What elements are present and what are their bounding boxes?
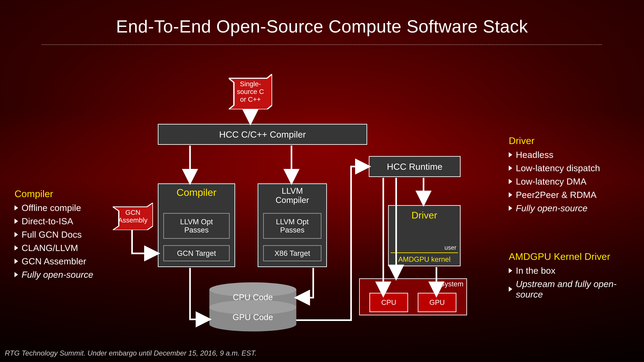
driver-box: Driver user AMDGPU kernel: [388, 205, 460, 266]
driver-user-label: user: [444, 244, 456, 251]
list-item: Fully open-source: [509, 203, 628, 213]
hcc-compiler-label: HCC C/C++ Compiler: [219, 129, 306, 140]
cpu-chip: CPU: [370, 293, 408, 312]
ribbon-gcn-assembly-label: GCN Assembly: [118, 209, 148, 224]
compiler-box-heading: Compiler: [158, 187, 234, 198]
list-item: Headless: [509, 149, 628, 160]
hcc-runtime-label: HCC Runtime: [387, 161, 442, 172]
bullet-triangle-icon: [509, 166, 512, 171]
list-item: Direct-to-ISA: [14, 216, 111, 226]
bullet-triangle-icon: [509, 206, 512, 211]
list-item-label: GCN Assembler: [22, 256, 86, 266]
slide-title: End-To-End Open-Source Compute Software …: [0, 16, 644, 36]
compiler-gcn-target: GCN Target: [163, 245, 230, 261]
list-item: GCN Assembler: [14, 256, 111, 266]
title-underline: [42, 44, 602, 45]
footer-embargo-note: RTG Technology Summit. Under embargo unt…: [5, 349, 257, 357]
list-item-label: In the box: [516, 265, 556, 276]
list-item: Offline compile: [14, 203, 111, 213]
list-item-label: Direct-to-ISA: [22, 216, 73, 226]
llvm-x86-target: X86 Target: [263, 245, 322, 261]
compiler-box: Compiler LLVM Opt Passes GCN Target: [158, 183, 235, 267]
driver-panel-heading: Driver: [509, 135, 628, 146]
list-item: Low-latency dispatch: [509, 163, 628, 173]
list-item-label: Peer2Peer & RDMA: [516, 190, 596, 200]
kernel-driver-panel: AMDGPU Kernel Driver In the boxUpstream …: [509, 251, 628, 303]
system-box: System CPU GPU: [359, 278, 467, 315]
list-item-label: CLANG/LLVM: [22, 243, 78, 253]
bullet-triangle-icon: [14, 232, 18, 237]
arrow-llvm-to-cpucode: [297, 268, 313, 298]
list-item-label: Fully open-source: [22, 269, 93, 280]
driver-panel-list: HeadlessLow-latency dispatchLow-latency …: [509, 149, 628, 213]
list-item-label: Headless: [516, 149, 553, 160]
hcc-compiler-box: HCC C/C++ Compiler: [158, 124, 367, 145]
gpu-code-label: GPU Code: [209, 312, 296, 322]
ribbon-single-source-label: Single- source C or C++: [237, 80, 264, 103]
arrow-gcnasm-to-gcntarget: [132, 230, 157, 253]
list-item-label: Low-latency dispatch: [516, 163, 600, 173]
bullet-triangle-icon: [509, 192, 512, 197]
compiler-panel-list: Offline compileDirect-to-ISAFull GCN Doc…: [14, 203, 111, 280]
list-item: In the box: [509, 265, 628, 276]
list-item-label: Offline compile: [22, 203, 81, 213]
bullet-triangle-icon: [509, 179, 512, 184]
compiler-panel: Compiler Offline compileDirect-to-ISAFul…: [14, 188, 111, 283]
list-item-label: Upstream and fully open-source: [516, 279, 628, 300]
bullet-triangle-icon: [509, 287, 512, 292]
list-item-label: Low-latency DMA: [516, 176, 586, 187]
bullet-triangle-icon: [14, 205, 18, 210]
gpu-chip: GPU: [418, 293, 456, 312]
llvm-compiler-box: LLVM Compiler LLVM Opt Passes X86 Target: [258, 183, 327, 267]
llvm-compiler-heading: LLVM Compiler: [258, 186, 326, 205]
driver-kernel-label: AMDGPU kernel: [389, 255, 460, 263]
list-item: CLANG/LLVM: [14, 243, 111, 253]
list-item: Low-latency DMA: [509, 176, 628, 187]
list-item: Full GCN Docs: [14, 229, 111, 240]
driver-panel: Driver HeadlessLow-latency dispatchLow-l…: [509, 135, 628, 216]
cpu-code-label: CPU Code: [209, 292, 296, 302]
list-item: Upstream and fully open-source: [509, 279, 628, 300]
bullet-triangle-icon: [509, 152, 512, 157]
kernel-driver-panel-heading: AMDGPU Kernel Driver: [509, 251, 628, 262]
bullet-triangle-icon: [14, 219, 18, 224]
list-item-label: Fully open-source: [516, 203, 588, 213]
arrow-compiler-to-gpucode: [190, 268, 208, 319]
code-cylinder: CPU Code GPU Code: [209, 282, 296, 329]
list-item-label: Full GCN Docs: [22, 229, 82, 240]
hcc-runtime-box: HCC Runtime: [369, 156, 460, 177]
bullet-triangle-icon: [509, 268, 512, 273]
list-item: Peer2Peer & RDMA: [509, 190, 628, 200]
system-label: System: [440, 280, 464, 288]
bullet-triangle-icon: [14, 272, 18, 277]
driver-box-heading: Driver: [389, 210, 460, 221]
kernel-driver-panel-list: In the boxUpstream and fully open-source: [509, 265, 628, 300]
ribbon-gcn-assembly: GCN Assembly: [113, 203, 153, 230]
compiler-panel-heading: Compiler: [14, 188, 111, 199]
bullet-triangle-icon: [14, 245, 18, 251]
compiler-llvm-opt-passes: LLVM Opt Passes: [163, 213, 230, 239]
list-item: Fully open-source: [14, 269, 111, 280]
llvm-opt-passes: LLVM Opt Passes: [263, 213, 322, 239]
ribbon-single-source: Single- source C or C++: [229, 74, 272, 109]
bullet-triangle-icon: [14, 259, 18, 264]
